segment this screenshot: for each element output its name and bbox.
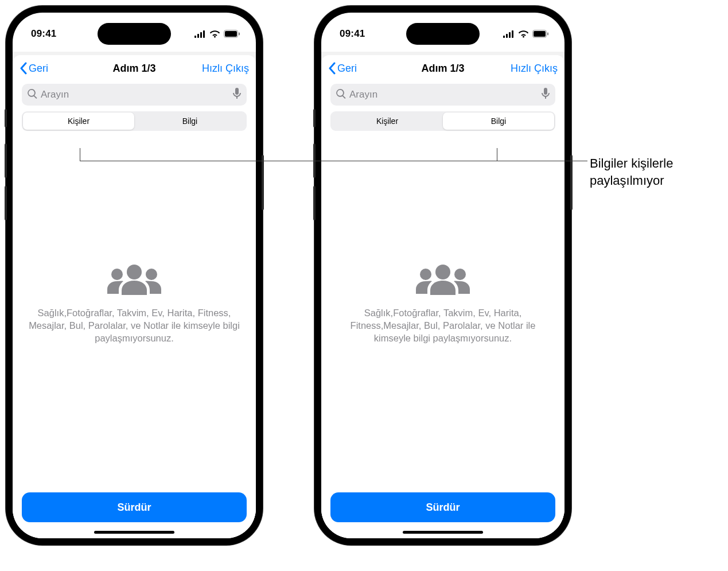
quick-exit-button[interactable]: Hızlı Çıkış bbox=[506, 63, 558, 75]
side-button bbox=[570, 155, 573, 210]
microphone-icon[interactable] bbox=[542, 88, 550, 102]
search-bar[interactable] bbox=[330, 84, 555, 106]
wifi-icon bbox=[209, 30, 220, 38]
empty-state: Sağlık,Fotoğraflar, Takvim, Ev, Harita, … bbox=[321, 138, 565, 538]
side-button bbox=[313, 109, 316, 127]
back-label: Geri bbox=[29, 63, 48, 75]
segment-info[interactable]: Bilgi bbox=[134, 112, 246, 130]
svg-rect-5 bbox=[225, 31, 237, 37]
page-title: Adım 1/3 bbox=[380, 63, 506, 75]
search-input[interactable] bbox=[349, 89, 538, 100]
empty-state: Sağlık,Fotoğraflar, Takvim, Ev, Harita, … bbox=[13, 138, 256, 538]
dynamic-island bbox=[98, 23, 171, 45]
side-button bbox=[262, 155, 264, 210]
svg-rect-13 bbox=[512, 30, 513, 38]
svg-rect-11 bbox=[506, 34, 508, 38]
side-button bbox=[5, 109, 7, 127]
segment-people[interactable]: Kişiler bbox=[332, 112, 443, 130]
svg-rect-16 bbox=[547, 33, 548, 36]
back-label: Geri bbox=[337, 63, 357, 75]
search-icon bbox=[336, 89, 346, 101]
side-button bbox=[5, 186, 7, 220]
microphone-icon[interactable] bbox=[233, 88, 241, 102]
wifi-icon bbox=[518, 30, 529, 38]
svg-rect-0 bbox=[194, 36, 196, 38]
cellular-icon bbox=[194, 30, 206, 38]
cellular-icon bbox=[503, 30, 515, 38]
svg-point-9 bbox=[146, 269, 157, 280]
callout-connector bbox=[497, 148, 497, 161]
svg-point-19 bbox=[454, 269, 466, 280]
svg-rect-1 bbox=[197, 34, 199, 38]
continue-button[interactable]: Sürdür bbox=[22, 492, 247, 522]
svg-rect-3 bbox=[203, 30, 205, 38]
callout-connector bbox=[80, 161, 587, 161]
battery-icon bbox=[224, 30, 240, 38]
svg-rect-6 bbox=[239, 33, 240, 36]
navigation-bar: Geri Adım 1/3 Hızlı Çıkış bbox=[13, 55, 256, 81]
battery-icon bbox=[532, 30, 548, 38]
search-input[interactable] bbox=[41, 89, 229, 100]
svg-rect-15 bbox=[534, 31, 546, 37]
svg-point-17 bbox=[435, 265, 450, 279]
people-icon bbox=[411, 263, 474, 300]
phone-frame-left: 09:41 bbox=[6, 6, 263, 545]
home-indicator[interactable] bbox=[94, 531, 174, 534]
callout-connector bbox=[80, 148, 80, 161]
phone-frame-right: 09:41 bbox=[314, 6, 571, 545]
home-indicator[interactable] bbox=[403, 531, 483, 534]
segment-people[interactable]: Kişiler bbox=[23, 112, 134, 130]
side-button bbox=[5, 143, 7, 178]
svg-point-18 bbox=[420, 269, 431, 280]
back-button[interactable]: Geri bbox=[328, 62, 380, 75]
callout-label: Bilgiler kişilerle paylaşılmıyor bbox=[590, 155, 728, 189]
empty-state-text: Sağlık,Fotoğraflar, Takvim, Ev, Harita, … bbox=[28, 306, 240, 345]
quick-exit-button[interactable]: Hızlı Çıkış bbox=[197, 63, 249, 75]
svg-point-8 bbox=[111, 269, 123, 280]
svg-point-7 bbox=[127, 265, 142, 279]
segmented-control: Kişiler Bilgi bbox=[330, 111, 555, 131]
search-bar[interactable] bbox=[22, 84, 247, 106]
page-title: Adım 1/3 bbox=[71, 63, 197, 75]
back-button[interactable]: Geri bbox=[20, 62, 71, 75]
dynamic-island bbox=[406, 23, 480, 45]
svg-rect-12 bbox=[509, 32, 511, 38]
side-button bbox=[313, 186, 316, 220]
empty-state-text: Sağlık,Fotoğraflar, Takvim, Ev, Harita, … bbox=[337, 306, 549, 345]
people-icon bbox=[103, 263, 166, 300]
segmented-control: Kişiler Bilgi bbox=[22, 111, 247, 131]
status-time: 09:41 bbox=[31, 28, 56, 40]
svg-rect-10 bbox=[503, 36, 505, 38]
status-time: 09:41 bbox=[340, 28, 365, 40]
continue-button[interactable]: Sürdür bbox=[330, 492, 555, 522]
segment-info[interactable]: Bilgi bbox=[443, 112, 554, 130]
search-icon bbox=[28, 89, 37, 101]
svg-rect-2 bbox=[200, 32, 202, 38]
navigation-bar: Geri Adım 1/3 Hızlı Çıkış bbox=[321, 55, 565, 81]
